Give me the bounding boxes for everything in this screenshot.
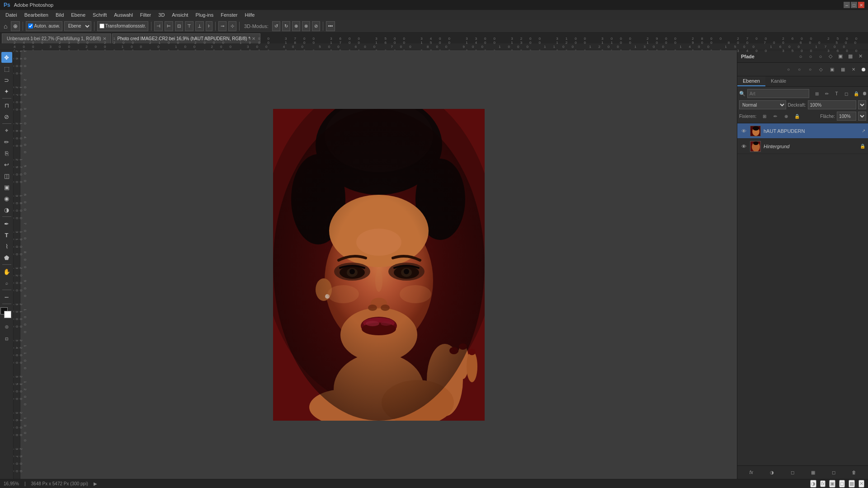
layer-mask-btn[interactable]: ◻ [788,468,797,477]
history-brush-tool[interactable]: ↩ [1,159,12,170]
panel-tool-2[interactable]: ○ [795,65,804,74]
fx-button[interactable]: fx [747,468,756,477]
zoom-tool[interactable]: ⌕ [1,277,12,288]
layer-visibility-haut[interactable]: 👁 [740,127,747,135]
filter-adjust-btn[interactable]: ✏ [823,89,831,98]
3d-pan-button[interactable]: ⊕ [292,21,300,31]
group-btn[interactable]: ▦ [808,468,817,477]
status-mask-btn[interactable]: ▣ [829,480,835,488]
more-tools-button[interactable]: ••• [1,291,12,302]
lock-pixels-btn[interactable]: ⊞ [760,112,769,121]
layer-row-haut[interactable]: 👁 hAUT ABPUDERN ↗ [737,123,868,139]
lock-all-btn[interactable]: 🔒 [793,112,802,121]
fill-input[interactable] [837,112,856,121]
shape-tool[interactable]: ⬟ [1,252,12,263]
menu-datei[interactable]: Datei [2,11,21,19]
eyedrop-tool[interactable]: ⊘ [1,111,12,122]
status-delete-btn[interactable]: ✕ [859,480,864,488]
panel-tool-3[interactable]: ○ [806,65,815,74]
transform-controls-button[interactable]: Transformationssstr. [97,21,148,31]
gradient-tool[interactable]: ▣ [1,182,12,192]
lock-position-btn[interactable]: ✏ [771,112,780,121]
tab-kanaele[interactable]: Kanäle [765,76,792,86]
opacity-input[interactable] [808,100,857,109]
more-options-button[interactable]: ••• [326,21,335,31]
heal-tool[interactable]: ⌖ [1,125,12,136]
3d-scale-button[interactable]: ⊘ [312,21,320,31]
brush-tool[interactable]: ✏ [1,136,12,147]
screen-mode-button[interactable]: ⊡ [1,333,12,344]
opacity-arrow[interactable]: ▾ [858,100,866,109]
minimize-button[interactable]: – [844,2,850,8]
align-right-button[interactable]: ⊡ [175,21,183,31]
auto-select-mode[interactable]: Ebene [64,21,91,31]
lock-artboards-btn[interactable]: ⊕ [782,112,791,121]
menu-3d[interactable]: 3D [155,11,168,19]
tab-ebenen[interactable]: Ebenen [737,76,765,86]
maximize-button[interactable]: □ [851,2,857,8]
tool-preset-button[interactable]: ⊕ [11,21,20,31]
menu-ansicht[interactable]: Ansicht [168,11,192,19]
status-new-btn[interactable]: ◻ [839,480,845,488]
filter-smart-btn[interactable]: 🔒 [852,89,860,98]
menu-bearbeiten[interactable]: Bearbeiten [21,11,52,19]
status-fx-btn[interactable]: fx [820,480,826,487]
dodge-tool[interactable]: ◑ [1,204,12,215]
menu-plugins[interactable]: Plug-ins [192,11,217,19]
align-bottom-button[interactable]: ⊦ [206,21,212,31]
panel-tool-7[interactable]: ✕ [849,65,858,74]
layer-search-input[interactable] [747,89,809,98]
status-icon-1[interactable]: ◑ [810,480,816,488]
menu-schrift[interactable]: Schrift [89,11,110,19]
auto-select-checkbox[interactable] [28,23,33,28]
fill-arrow[interactable]: ▾ [858,112,866,121]
layer-row-hintergrund[interactable]: 👁 Hintergrund 🔒 [737,139,868,154]
menu-fenster[interactable]: Fenster [217,11,241,19]
panel-tool-1[interactable]: ○ [784,65,793,74]
background-color[interactable] [4,311,11,318]
auto-select-button[interactable]: Auton. ausw. [26,21,62,31]
home-button[interactable]: ⌂ [2,21,9,31]
quick-mask-button[interactable]: ◎ [1,321,12,332]
blur-tool[interactable]: ◉ [1,193,12,204]
filter-type-btn[interactable]: T [833,89,841,98]
text-tool[interactable]: T [1,230,12,240]
distribute-left-button[interactable]: ⊸ [218,21,226,31]
pen-tool[interactable]: ✒ [1,218,12,229]
panel-tool-4[interactable]: ◇ [816,65,826,74]
menu-auswahl[interactable]: Auswahl [110,11,137,19]
distribute-center-h-button[interactable]: ⊹ [228,21,236,31]
path-select-tool[interactable]: ⌇ [1,241,12,252]
hand-tool[interactable]: ✋ [1,266,12,277]
filter-shape-btn[interactable]: ◻ [842,89,850,98]
align-top-button[interactable]: ⊤ [185,21,193,31]
panel-tool-6[interactable]: ▦ [838,65,847,74]
status-group-btn[interactable]: ▦ [849,480,855,488]
3d-rotate-button[interactable]: ↺ [272,21,280,31]
3d-roll-button[interactable]: ↻ [282,21,290,31]
menu-bild[interactable]: Bild [52,11,67,19]
canvas-area[interactable]: 100 200 300 400 500 600 700 800 900 1000… [14,50,737,479]
crop-tool[interactable]: ⊓ [1,100,12,111]
new-layer-btn[interactable]: ◻ [829,468,838,477]
panel-tool-5[interactable]: ▣ [827,65,836,74]
align-center-h-button[interactable]: ⊢ [165,21,173,31]
filter-pixels-btn[interactable]: ⊞ [813,89,821,98]
close-button[interactable]: ✕ [858,2,864,8]
clone-tool[interactable]: ⎘ [1,148,12,159]
menu-filter[interactable]: Filter [137,11,155,19]
select-rect-tool[interactable]: ⬚ [1,63,12,74]
transform-checkbox[interactable] [99,23,104,28]
menu-hilfe[interactable]: Hilfe [241,11,258,19]
align-center-v-button[interactable]: ⊥ [195,21,204,31]
magic-wand-tool[interactable]: ✦ [1,86,12,97]
3d-slide-button[interactable]: ⊗ [302,21,310,31]
adjustment-layer-btn[interactable]: ◑ [767,468,776,477]
move-tool[interactable]: ✥ [1,52,12,63]
delete-layer-btn[interactable]: 🗑 [849,468,859,477]
align-left-button[interactable]: ⊣ [154,21,163,31]
lasso-tool[interactable]: ⊃ [1,75,12,85]
eraser-tool[interactable]: ◫ [1,170,12,181]
layer-visibility-hintergrund[interactable]: 👁 [740,143,747,150]
blend-mode-select[interactable]: Normal Multiplizieren Bildschirm Überlag… [739,100,786,109]
